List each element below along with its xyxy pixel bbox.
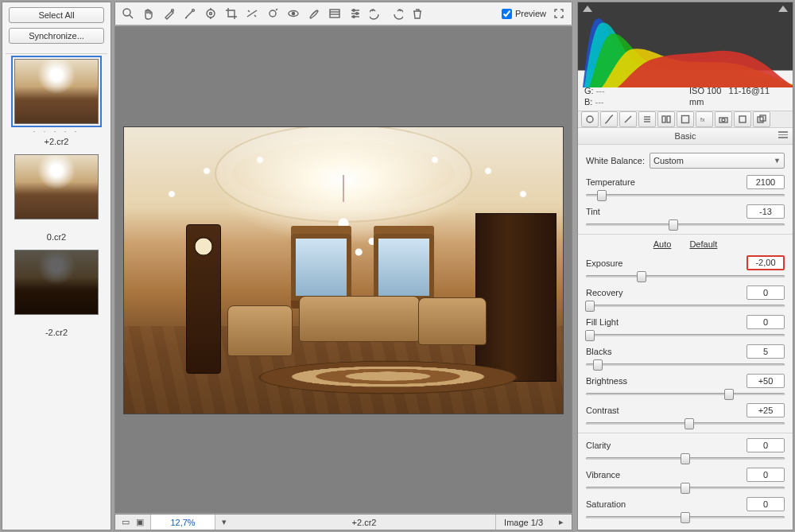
vibrance-slider[interactable] [586, 483, 785, 492]
saturation-value[interactable]: 0 [747, 497, 785, 511]
rotate-ccw-icon[interactable] [368, 6, 384, 21]
fullscreen-icon[interactable] [551, 6, 567, 21]
thumbnail-caption: 0.cr2 [10, 232, 103, 242]
select-all-button[interactable]: Select All [9, 7, 104, 23]
blacks-slider[interactable] [586, 359, 785, 369]
svg-line-1 [130, 15, 133, 18]
brightness-slider[interactable] [586, 389, 785, 398]
contrast-slider[interactable] [586, 418, 785, 428]
zoom-fit-icon[interactable]: ▣ [134, 517, 145, 528]
rating-dots: · · · · · ◐ [10, 127, 103, 135]
recovery-label: Recovery [586, 288, 742, 297]
target-adjust-tool-icon[interactable] [203, 6, 219, 21]
white-balance-label: White Balance: [586, 156, 645, 165]
readout-b-value: --- [595, 97, 603, 107]
svg-text:fx: fx [700, 117, 705, 122]
straighten-tool-icon[interactable] [244, 6, 260, 21]
filllight-value[interactable]: 0 [747, 315, 785, 329]
clarity-value[interactable]: 0 [747, 438, 785, 452]
thumbnail-0[interactable]: · · · · · ◐ +2.cr2 [10, 59, 103, 146]
preview-area: Preview ▭ [114, 2, 572, 530]
rating-dots: ·◐ [10, 318, 103, 326]
recovery-slider[interactable] [586, 301, 785, 310]
svg-point-10 [292, 12, 294, 14]
spot-removal-tool-icon[interactable] [265, 6, 281, 21]
panel-tab-strip: fx [578, 111, 793, 128]
filmstrip-panel: Select All Synchronize... · · · · · ◐ +2… [2, 2, 111, 530]
contrast-value[interactable]: +25 [747, 403, 785, 417]
preferences-icon[interactable] [347, 6, 363, 21]
thumbnail-caption: +2.cr2 [10, 137, 103, 146]
next-image-icon[interactable]: ▸ [551, 517, 572, 528]
white-balance-value: Custom [653, 156, 684, 165]
auto-link[interactable]: Auto [653, 239, 672, 249]
chevron-down-icon: ▼ [774, 157, 781, 165]
tint-value[interactable]: -13 [747, 204, 785, 219]
brightness-value[interactable]: +50 [747, 374, 785, 388]
white-balance-dropdown[interactable]: Custom ▼ [650, 153, 785, 169]
tab-camera-icon[interactable] [715, 111, 732, 127]
exposure-slider[interactable] [586, 271, 785, 281]
zoom-dropdown-icon[interactable]: ▾ [215, 517, 233, 528]
zoom-level[interactable]: 12,7% [151, 515, 215, 530]
histogram[interactable] [578, 2, 793, 71]
color-sampler-tool-icon[interactable] [182, 6, 198, 21]
graduated-filter-icon[interactable] [327, 6, 343, 21]
status-bar: ▭ ▣ 12,7% ▾ +2.cr2 Image 1/3 ▸ [114, 514, 572, 530]
clarity-slider[interactable] [586, 453, 785, 463]
toolbar: Preview [114, 2, 572, 25]
thumbnail-2[interactable]: ·◐ -2.cr2 [10, 250, 103, 337]
preview-toggle[interactable]: Preview [502, 9, 546, 19]
tab-fx-icon[interactable]: fx [696, 111, 713, 127]
tab-presets-icon[interactable] [734, 111, 751, 127]
image-preview[interactable] [123, 126, 564, 414]
filllight-slider[interactable] [586, 330, 785, 340]
svg-rect-26 [682, 116, 689, 123]
temperature-value[interactable]: 2100 [747, 175, 785, 189]
vibrance-value[interactable]: 0 [747, 468, 785, 482]
status-filename: +2.cr2 [233, 518, 495, 527]
crop-tool-icon[interactable] [223, 6, 239, 21]
exposure-label: Exposure [586, 258, 742, 268]
tab-detail-icon[interactable] [619, 111, 637, 127]
blacks-value[interactable]: 5 [747, 344, 785, 359]
default-link[interactable]: Default [689, 239, 717, 249]
svg-rect-25 [667, 116, 670, 122]
white-balance-tool-icon[interactable] [161, 6, 177, 21]
zoom-tool-icon[interactable] [120, 6, 136, 21]
saturation-slider[interactable] [586, 512, 785, 522]
tab-basic-icon[interactable] [581, 111, 599, 127]
tab-hsl-icon[interactable] [638, 111, 656, 127]
zoom-out-icon[interactable]: ▭ [120, 517, 131, 528]
svg-point-8 [270, 10, 276, 17]
svg-point-3 [192, 10, 195, 12]
rotate-cw-icon[interactable] [389, 6, 405, 21]
panel-menu-icon[interactable] [778, 131, 788, 139]
svg-point-2 [172, 10, 174, 12]
tint-label: Tint [586, 207, 742, 216]
tab-curve-icon[interactable] [600, 111, 618, 127]
clarity-label: Clarity [586, 441, 742, 450]
tab-snapshot-icon[interactable] [753, 111, 770, 127]
redeye-tool-icon[interactable] [285, 6, 301, 21]
section-title: Basic [675, 131, 696, 141]
contrast-label: Contrast [586, 406, 742, 415]
recovery-value[interactable]: 0 [747, 285, 785, 300]
svg-point-29 [722, 118, 725, 122]
develop-panel: R: --- G: --- B: --- f/8 10,00 s ISO 100… [577, 2, 793, 530]
preview-checkbox[interactable] [502, 9, 512, 19]
tab-split-icon[interactable] [657, 111, 675, 127]
trash-icon[interactable] [409, 6, 425, 21]
synchronize-button[interactable]: Synchronize... [9, 28, 104, 44]
svg-rect-11 [330, 10, 339, 17]
temperature-slider[interactable] [586, 190, 785, 200]
tab-lens-icon[interactable] [677, 111, 694, 127]
tint-slider[interactable] [586, 219, 785, 229]
divider [6, 53, 107, 54]
hand-tool-icon[interactable] [141, 6, 157, 21]
exposure-value[interactable]: -2,00 [747, 255, 785, 270]
adjustment-brush-icon[interactable] [306, 6, 322, 21]
status-counter: Image 1/3 [495, 515, 551, 530]
saturation-label: Saturation [586, 499, 742, 509]
thumbnail-1[interactable]: ·◐ 0.cr2 [10, 154, 103, 242]
